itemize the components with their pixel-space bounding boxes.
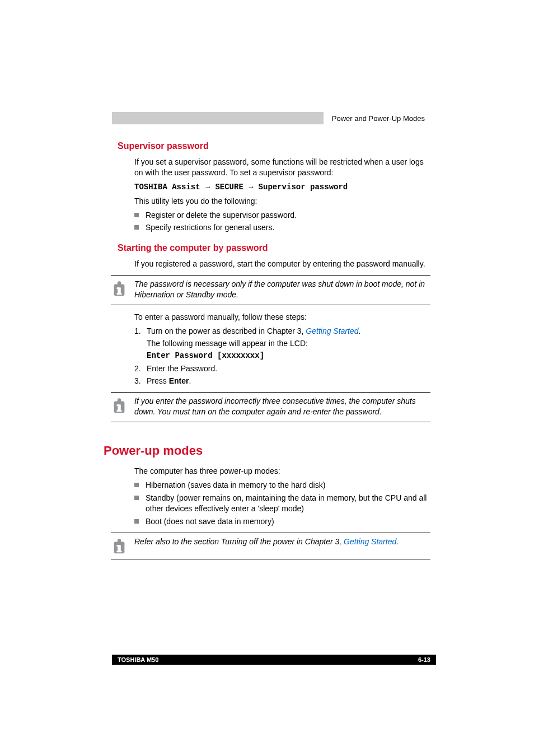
list-item-text: Press Enter. (147, 376, 191, 386)
header-section-text: Power and Power-Up Modes (332, 114, 430, 123)
svg-rect-13 (116, 545, 119, 547)
footer-model: TOSHIBA M50 (118, 656, 158, 663)
bullet-icon (134, 213, 139, 217)
list-item-text: Turn on the power as described in Chapte… (147, 326, 360, 361)
page-header: Power and Power-Up Modes (112, 112, 430, 124)
link-getting-started[interactable]: Getting Started (306, 326, 358, 335)
menu-path-segment: TOSHIBA Assist (134, 183, 200, 192)
svg-rect-3 (116, 287, 119, 289)
svg-rect-2 (116, 293, 121, 295)
svg-point-14 (118, 539, 121, 543)
list-item-text: Enter the Password. (147, 363, 217, 374)
list-item-text: Register or delete the supervisor passwo… (146, 210, 297, 221)
svg-point-9 (118, 399, 121, 403)
menu-path: TOSHIBA Assist → SECURE → Supervisor pas… (134, 181, 430, 193)
bullet-list: Register or delete the supervisor passwo… (134, 210, 430, 234)
section-title-supervisor-password: Supervisor password (118, 141, 430, 151)
info-icon (111, 280, 128, 297)
body-paragraph: To enter a password manually, follow the… (134, 312, 430, 323)
note-text: If you enter the password incorrectly th… (134, 396, 430, 417)
list-number: 2. (134, 363, 147, 374)
list-number: 1. (134, 326, 147, 337)
chapter-title-power-up-modes: Power-up modes (104, 444, 430, 458)
info-icon (111, 397, 128, 414)
body-paragraph: If you registered a password, start the … (134, 259, 430, 269)
bullet-icon (134, 483, 139, 487)
list-item-text: Hibernation (saves data in memory to the… (146, 480, 325, 491)
header-gray-bar (112, 112, 324, 124)
svg-rect-12 (116, 550, 121, 552)
svg-rect-8 (116, 404, 119, 406)
bullet-icon (134, 225, 139, 230)
list-item: 1. Turn on the power as described in Cha… (134, 326, 430, 361)
menu-path-segment: SECURE (215, 183, 243, 192)
arrow-icon: → (246, 183, 256, 191)
note-block: The password is necessary only if the co… (111, 275, 430, 305)
list-item: Register or delete the supervisor passwo… (134, 210, 430, 221)
list-item: 3. Press Enter. (134, 376, 430, 386)
list-item-subtext: The following message will appear in the… (147, 338, 360, 349)
list-item-text: Specify restrictions for general users. (146, 222, 274, 233)
bullet-list: Hibernation (saves data in memory to the… (134, 480, 430, 527)
console-output: Enter Password [xxxxxxxx] (147, 351, 360, 361)
bullet-icon (134, 519, 139, 524)
page-content: Power and Power-Up Modes Supervisor pass… (0, 0, 534, 698)
list-item-text: Standby (power remains on, maintaining t… (146, 493, 430, 514)
note-text: Refer also to the section Turning off th… (134, 536, 430, 547)
menu-path-segment: Supervisor password (259, 183, 348, 192)
body-paragraph: The computer has three power-up modes: (134, 466, 430, 477)
body-paragraph: If you set a supervisor password, some f… (134, 157, 430, 178)
page-footer: TOSHIBA M50 6-13 (112, 655, 436, 665)
note-text: The password is necessary only if the co… (134, 279, 430, 300)
list-number: 3. (134, 376, 147, 386)
list-item: Boot (does not save data in memory) (134, 516, 430, 527)
svg-rect-7 (116, 410, 121, 412)
note-block: If you enter the password incorrectly th… (111, 392, 430, 422)
section-title-starting-computer: Starting the computer by password (118, 243, 430, 253)
list-item-text: Boot (does not save data in memory) (146, 516, 274, 527)
list-item: Specify restrictions for general users. (134, 222, 430, 233)
list-item: 2. Enter the Password. (134, 363, 430, 374)
list-item: Standby (power remains on, maintaining t… (134, 493, 430, 514)
ordered-list: 1. Turn on the power as described in Cha… (134, 326, 430, 386)
bullet-icon (134, 496, 139, 500)
key-name: Enter (169, 376, 189, 385)
link-getting-started[interactable]: Getting Started (344, 537, 396, 546)
note-block: Refer also to the section Turning off th… (111, 533, 430, 559)
body-paragraph: This utility lets you do the following: (134, 196, 430, 207)
info-icon (111, 538, 128, 554)
list-item: Hibernation (saves data in memory to the… (134, 480, 430, 491)
footer-page-number: 6-13 (418, 656, 430, 663)
arrow-icon: → (203, 183, 213, 191)
svg-point-4 (118, 282, 121, 286)
